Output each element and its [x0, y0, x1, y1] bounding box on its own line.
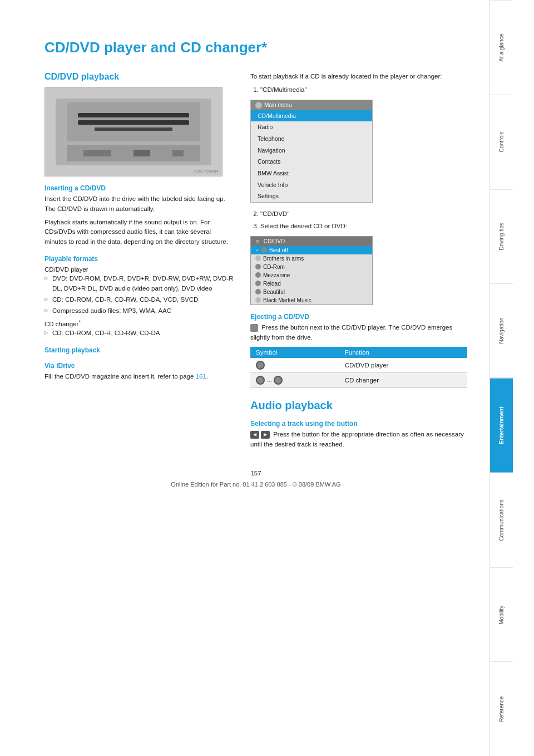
cd-slot-1	[78, 113, 189, 117]
menu-item-cd-multimedia: CD/Multimedia	[251, 110, 372, 122]
audio-playback-heading: Audio playback	[250, 399, 467, 412]
cd-menu-item-black-market: Black Market Music	[251, 296, 372, 305]
steps-list-2: "CD/DVD" Select the desired CD or DVD:	[250, 209, 467, 232]
table-row: … CD changer	[250, 373, 467, 388]
function-col-header: Function	[339, 347, 467, 358]
menu-item-telephone: Telephone	[251, 133, 372, 145]
dvd-formats-item: DVD: DVD-ROM, DVD-R, DVD+R, DVD-RW, DVD+…	[44, 274, 234, 294]
disc-symbol-icon	[256, 361, 265, 370]
playable-formats-heading: Playable formats	[44, 255, 234, 263]
cd-menu-item-reload: Reload	[251, 279, 372, 288]
starting-playback-heading: Starting playback	[44, 346, 234, 354]
function-cell-1: CD/DVD player	[339, 358, 467, 373]
via-idrive-text: Fill the CD/DVD magazine and insert it, …	[44, 372, 234, 382]
cd-formats-item: CD: CD-ROM, CD-R, CD-RW, CD-DA, VCD, SVC…	[44, 295, 234, 305]
cd-menu-item-beautiful: Beautiful	[251, 288, 372, 296]
cd-menu-item-cdrom: CD-Rom	[251, 263, 372, 271]
prev-btn: ◀	[250, 431, 259, 439]
selecting-track-heading: Selecting a track using the button	[250, 420, 467, 428]
cd-icon-2	[255, 256, 261, 261]
sidebar-tab-entertainment[interactable]: Entertainment	[490, 378, 513, 473]
step-1: "CD/Multimedia"	[260, 85, 467, 95]
cd-icon-5	[255, 281, 261, 286]
footer-text: Online Edition for Part no. 01 41 2 603 …	[44, 481, 467, 488]
function-cell-2: CD changer	[339, 373, 467, 388]
sidebar-tab-controls[interactable]: Controls	[490, 95, 513, 189]
selecting-track-text: ◀ ▶ Press the button for the appropriate…	[250, 430, 467, 450]
ejecting-text: Press the button next to the CD/DVD play…	[250, 323, 467, 343]
cd-menu-item-mezzanine: Mezzanine	[251, 271, 372, 279]
sidebar-tab-driving-tips[interactable]: Driving tips	[490, 189, 513, 284]
main-menu-screenshot: Main menu CD/Multimedia Radio Telephone …	[250, 100, 373, 203]
cd-menu-item-best-off: ✓ Best off	[251, 246, 372, 254]
cd-icon-4	[255, 272, 261, 278]
sidebar-tab-communications[interactable]: Communications	[490, 473, 513, 567]
eject-icon	[250, 324, 258, 332]
page-title: CD/DVD player and CD changer*	[44, 39, 467, 56]
inserting-text-1: Insert the CD/DVD into the drive with th…	[44, 194, 234, 214]
device-image-inner	[56, 99, 211, 165]
sidebar-tab-reference[interactable]: Reference	[490, 661, 513, 756]
cd-slot-2	[78, 120, 189, 125]
menu-icon	[255, 102, 262, 109]
sidebar-tab-at-a-glance[interactable]: At a glance	[490, 0, 513, 95]
cd-dvd-player-label: CD/DVD player	[44, 266, 234, 273]
audio-section: Audio playback Selecting a track using t…	[250, 399, 467, 450]
cd-menu-item-brothers: Brothers in arms	[251, 254, 372, 263]
menu-item-settings: Settings	[251, 190, 372, 202]
cd-menu-header-label: CD/DVD	[264, 238, 285, 244]
main-content: CD/DVD player and CD changer* CD/DVD pla…	[0, 0, 490, 756]
nav-buttons: ◀ ▶	[250, 431, 270, 439]
sidebar-tab-mobility[interactable]: Mobility	[490, 567, 513, 662]
menu-item-radio: Radio	[251, 121, 372, 133]
intro-text: To start playback if a CD is already loc…	[250, 72, 467, 82]
range-dots: …	[266, 377, 272, 383]
inserting-heading: Inserting a CD/DVD	[44, 184, 234, 192]
cd-icon-1	[261, 247, 267, 253]
cd-icon-3	[255, 264, 261, 269]
step-3: Select the desired CD or DVD:	[260, 222, 467, 232]
page-container: CD/DVD player and CD changer* CD/DVD pla…	[0, 0, 534, 756]
compressed-formats-item: Compressed audio files: MP3, WMA, AAC	[44, 306, 234, 316]
next-btn: ▶	[261, 431, 270, 439]
cd-dvd-playback-heading: CD/DVD playback	[44, 72, 234, 82]
sidebar-tab-navigation[interactable]: Navigation	[490, 283, 513, 378]
right-sidebar: At a glance Controls Driving tips Naviga…	[490, 0, 513, 756]
menu-header-label: Main menu	[264, 102, 291, 108]
menu-item-bmw-assist: BMW Assist	[251, 168, 372, 179]
menu-item-contacts: Contacts	[251, 156, 372, 168]
device-image: VDCP5/8M4	[44, 87, 222, 176]
right-column: To start playback if a CD is already loc…	[250, 72, 467, 453]
page-link-161[interactable]: 161	[196, 373, 206, 380]
device-label: VDCP5/8M4	[194, 169, 219, 174]
inserting-text-2: Playback starts automatically if the sou…	[44, 218, 234, 247]
disc-range-symbol-icon	[256, 376, 265, 385]
cd-icon-7	[255, 297, 261, 303]
asterisk: *	[78, 319, 81, 325]
cd-menu-header: ⊙ CD/DVD	[251, 237, 372, 246]
ejecting-heading: Ejecting a CD/DVD	[250, 313, 467, 321]
symbol-table: Symbol Function CD/DVD player	[250, 347, 467, 388]
symbol-cell-2: …	[250, 373, 339, 388]
cd-slot-3	[95, 127, 172, 131]
step-2: "CD/DVD"	[260, 209, 467, 219]
cd-icon-6	[255, 289, 261, 294]
menu-item-navigation: Navigation	[251, 145, 372, 156]
two-column-layout: CD/DVD playback	[44, 72, 467, 453]
cd-menu-screenshot: ⊙ CD/DVD ✓ Best off Brothers in arms	[250, 236, 373, 305]
table-row: CD/DVD player	[250, 358, 467, 373]
cd-changer-label: CD changer*	[44, 319, 234, 327]
symbol-cell-1	[250, 358, 339, 373]
symbol-col-header: Symbol	[250, 347, 339, 358]
menu-header: Main menu	[251, 100, 372, 110]
page-number: 157	[44, 470, 467, 477]
menu-item-vehicle-info: Vehicle Info	[251, 179, 372, 191]
via-idrive-heading: Via iDrive	[44, 362, 234, 370]
dvd-formats-list: DVD: DVD-ROM, DVD-R, DVD+R, DVD-RW, DVD+…	[44, 274, 234, 316]
cd-changer-formats-item: CD: CD-ROM, CD-R, CD-RW, CD-DA	[44, 328, 234, 338]
cd-changer-list: CD: CD-ROM, CD-R, CD-RW, CD-DA	[44, 328, 234, 338]
left-column: CD/DVD playback	[44, 72, 234, 453]
steps-list: "CD/Multimedia"	[250, 85, 467, 95]
disc-range-end-icon	[274, 376, 283, 385]
